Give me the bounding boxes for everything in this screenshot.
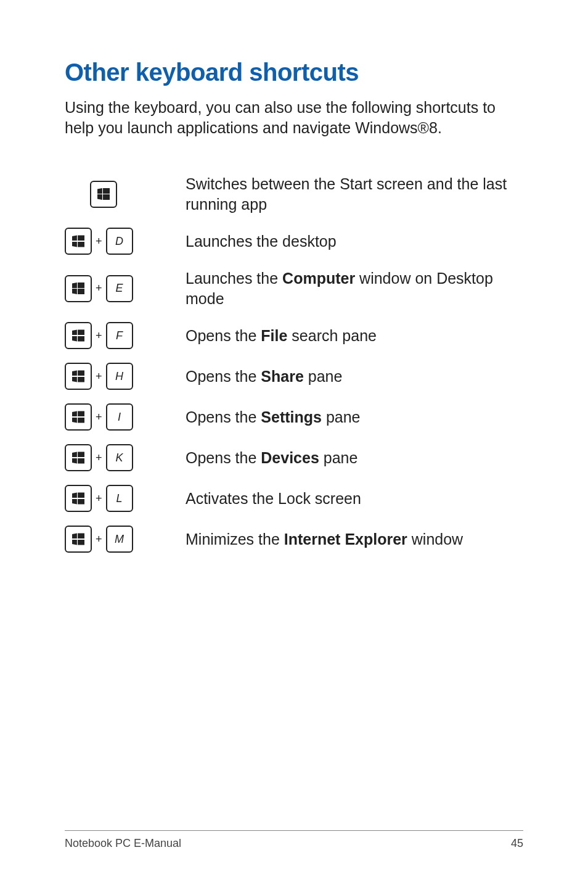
key-combo: + I	[65, 403, 186, 431]
shortcut-desc: Activates the Lock screen	[186, 489, 523, 509]
plus-icon: +	[96, 329, 102, 342]
shortcut-row: + L Activates the Lock screen	[65, 485, 523, 512]
windows-icon	[72, 492, 84, 504]
letter-key: L	[106, 485, 133, 512]
windows-key	[65, 444, 92, 471]
windows-icon	[72, 235, 84, 247]
page-number: 45	[511, 837, 523, 850]
key-combo: + H	[65, 363, 186, 390]
plus-icon: +	[96, 282, 102, 295]
shortcut-desc: Launches the desktop	[186, 231, 523, 252]
shortcut-desc: Switches between the Start screen and th…	[186, 174, 523, 214]
shortcut-desc: Minimizes the Internet Explorer window	[186, 529, 523, 550]
shortcut-row: Switches between the Start screen and th…	[65, 174, 523, 214]
plus-icon: +	[96, 411, 102, 424]
page-heading: Other keyboard shortcuts	[65, 59, 523, 86]
plus-icon: +	[96, 533, 102, 546]
footer-title: Notebook PC E-Manual	[65, 837, 181, 850]
shortcut-row: + E Launches the Computer window on Desk…	[65, 268, 523, 308]
shortcut-row: + M Minimizes the Internet Explorer wind…	[65, 526, 523, 553]
page: Other keyboard shortcuts Using the keybo…	[0, 0, 588, 887]
key-combo: + L	[65, 485, 186, 512]
plus-icon: +	[96, 492, 102, 505]
intro-text: Using the keyboard, you can also use the…	[65, 97, 523, 138]
windows-icon	[72, 411, 84, 423]
shortcut-row: + K Opens the Devices pane	[65, 444, 523, 471]
windows-key	[65, 485, 92, 512]
windows-key	[65, 403, 92, 431]
windows-key	[65, 322, 92, 349]
shortcut-row: + H Opens the Share pane	[65, 363, 523, 390]
windows-key	[65, 363, 92, 390]
windows-key	[65, 275, 92, 302]
letter-key: D	[106, 228, 133, 255]
letter-key: H	[106, 363, 133, 390]
key-combo: + D	[65, 228, 186, 255]
shortcut-desc: Opens the Settings pane	[186, 407, 523, 427]
plus-icon: +	[96, 235, 102, 248]
windows-icon	[72, 283, 84, 294]
windows-key	[65, 526, 92, 553]
key-combo	[65, 181, 186, 208]
shortcut-desc: Opens the Devices pane	[186, 448, 523, 468]
page-footer: Notebook PC E-Manual 45	[65, 830, 523, 850]
shortcut-row: + D Launches the desktop	[65, 228, 523, 255]
letter-key: M	[106, 526, 133, 553]
key-combo: + M	[65, 526, 186, 553]
key-combo: + F	[65, 322, 186, 349]
windows-key	[90, 181, 117, 208]
shortcut-list: Switches between the Start screen and th…	[65, 174, 523, 553]
windows-icon	[72, 370, 84, 382]
shortcut-row: + I Opens the Settings pane	[65, 403, 523, 431]
shortcut-desc: Opens the Share pane	[186, 366, 523, 387]
key-combo: + E	[65, 275, 186, 302]
key-combo: + K	[65, 444, 186, 471]
shortcut-desc: Opens the File search pane	[186, 326, 523, 346]
letter-key: F	[106, 322, 133, 349]
windows-key	[65, 228, 92, 255]
shortcut-row: + F Opens the File search pane	[65, 322, 523, 349]
letter-key: I	[106, 403, 133, 431]
plus-icon: +	[96, 370, 102, 383]
shortcut-desc: Launches the Computer window on Desktop …	[186, 268, 523, 308]
windows-icon	[72, 452, 84, 463]
windows-icon	[72, 329, 84, 341]
plus-icon: +	[96, 452, 102, 464]
windows-icon	[97, 188, 110, 200]
letter-key: E	[106, 275, 133, 302]
letter-key: K	[106, 444, 133, 471]
windows-icon	[72, 533, 84, 545]
